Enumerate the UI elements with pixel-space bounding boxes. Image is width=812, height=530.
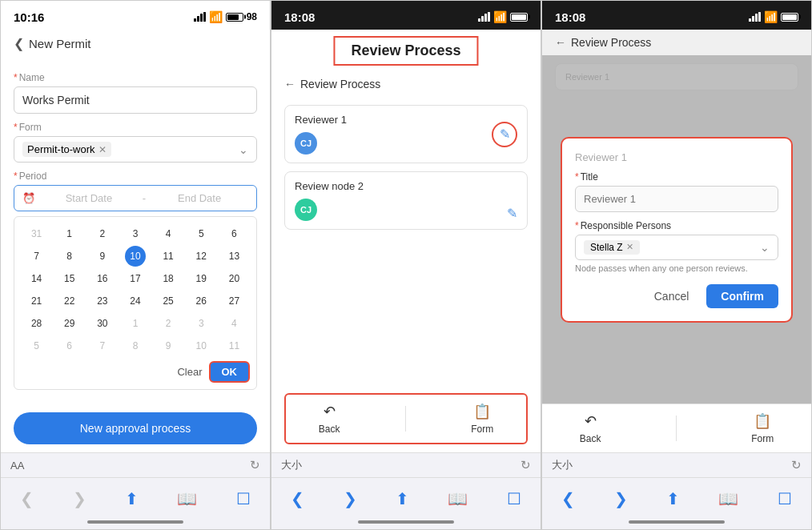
new-approval-button[interactable]: New approval process [14, 412, 257, 444]
cal-today-cell[interactable]: 10 [125, 246, 146, 267]
cal-cell[interactable]: 19 [191, 268, 211, 289]
cancel-button[interactable]: Cancel [645, 284, 699, 308]
nav-forward-icon-2[interactable]: ❯ [334, 486, 367, 512]
cal-cell[interactable]: 2 [92, 223, 113, 244]
cal-cell[interactable]: 12 [191, 246, 211, 267]
back-chevron-icon[interactable]: ❮ [14, 36, 24, 51]
cal-cell[interactable]: 8 [125, 335, 146, 356]
cal-cell[interactable]: 9 [92, 246, 113, 267]
nav-back-icon-3[interactable]: ❮ [552, 486, 585, 512]
cal-cell[interactable]: 5 [191, 223, 211, 244]
form-tag: Permit-to-work ✕ [22, 142, 111, 157]
cal-cell[interactable]: 15 [59, 268, 80, 289]
status-bar-3: 18:08 📶 [542, 1, 811, 30]
browser-nav-2: ❮ ❯ ⬆ 📖 ☐ [271, 477, 541, 515]
cal-cell[interactable]: 14 [26, 268, 47, 289]
action-bar: ↶ Back 📋 Form [284, 393, 528, 444]
form-action-3[interactable]: 📋 Form [751, 412, 774, 444]
battery-percent: 98 [247, 11, 257, 22]
back-action-3[interactable]: ↶ Back [580, 412, 601, 444]
edit-reviewer1-button[interactable]: ✎ [492, 122, 517, 147]
date-input[interactable]: ⏰ Start Date - End Date [14, 185, 257, 211]
cal-cell[interactable]: 5 [26, 335, 47, 356]
nav-back-icon[interactable]: ❮ [10, 486, 43, 512]
cal-cell[interactable]: 16 [92, 268, 113, 289]
back-arrow-icon-3[interactable]: ← [555, 36, 566, 49]
nav-share-icon-2[interactable]: ⬆ [386, 486, 419, 512]
responsible-select[interactable]: Stella Z ✕ ⌄ [575, 235, 778, 260]
title-container: Review Process [271, 30, 541, 71]
home-bar [87, 520, 183, 524]
cal-cell[interactable]: 11 [223, 335, 244, 356]
nav-tabs-icon[interactable]: ☐ [227, 486, 260, 512]
cal-cell[interactable]: 7 [92, 335, 113, 356]
cal-cell[interactable]: 20 [223, 268, 244, 289]
modal-reviewer-label: Reviewer 1 [575, 151, 778, 163]
cal-cell[interactable]: 17 [125, 268, 146, 289]
cal-cell[interactable]: 30 [92, 313, 113, 334]
confirm-button[interactable]: Confirm [706, 284, 778, 308]
nav-book-icon-2[interactable]: 📖 [438, 486, 477, 512]
cal-cell[interactable]: 31 [26, 223, 47, 244]
edit-reviewer2-icon[interactable]: ✎ [507, 206, 517, 221]
reviewer1-card: Reviewer 1 CJ ✎ [284, 105, 528, 163]
cal-cell[interactable]: 27 [223, 291, 244, 311]
cal-cell[interactable]: 8 [59, 246, 80, 267]
status-time-2: 18:08 [284, 10, 315, 24]
cal-cell[interactable]: 3 [191, 313, 211, 334]
nav-book-icon[interactable]: 📖 [167, 486, 207, 512]
form-body: *Name *Form Permit-to-work ✕ ⌄ *Period ⏰… [1, 58, 270, 404]
screen3-background: Reviewer 1 Reviewer 1 *Title *Responsibl… [542, 55, 811, 404]
cal-cell[interactable]: 6 [59, 335, 80, 356]
tag-remove-icon[interactable]: ✕ [98, 144, 107, 155]
refresh-icon[interactable]: ↻ [250, 458, 260, 472]
cal-cell[interactable]: 23 [92, 291, 113, 311]
refresh-icon-2[interactable]: ↻ [521, 458, 531, 472]
name-label-text: Name [19, 72, 45, 83]
nav-back-icon-2[interactable]: ❮ [281, 486, 314, 512]
cal-cell[interactable]: 1 [59, 223, 80, 244]
cal-cell[interactable]: 2 [158, 313, 179, 334]
cal-clear-button[interactable]: Clear [177, 366, 202, 378]
cal-cell[interactable]: 6 [223, 223, 244, 244]
nav-tabs-icon-2[interactable]: ☐ [497, 486, 531, 512]
cal-cell[interactable]: 3 [125, 223, 146, 244]
nav-share-icon-3[interactable]: ⬆ [657, 486, 689, 512]
nav-share-icon[interactable]: ⬆ [115, 486, 148, 512]
back-action-icon: ↶ [324, 403, 336, 420]
action-divider [405, 406, 406, 432]
tag-remove-icon-modal[interactable]: ✕ [626, 242, 633, 252]
cal-cell[interactable]: 1 [125, 313, 146, 334]
cal-cell[interactable]: 4 [223, 313, 244, 334]
cal-cell[interactable]: 11 [158, 246, 179, 267]
form-tag-input[interactable]: Permit-to-work ✕ ⌄ [14, 136, 257, 163]
nav-tabs-icon-3[interactable]: ☐ [768, 486, 802, 512]
cal-cell[interactable]: 29 [59, 313, 80, 334]
cal-cell[interactable]: 22 [59, 291, 80, 311]
back-action-icon-3: ↶ [585, 412, 597, 430]
cal-cell[interactable]: 18 [158, 268, 179, 289]
cal-cell[interactable]: 9 [158, 335, 179, 356]
cal-cell[interactable]: 26 [191, 291, 211, 311]
new-permit-header: ❮ New Permit [1, 30, 270, 58]
cal-cell[interactable]: 21 [26, 291, 47, 311]
cal-cell[interactable]: 28 [26, 313, 47, 334]
cal-cell[interactable]: 13 [223, 246, 244, 267]
cal-cell[interactable]: 4 [158, 223, 179, 244]
back-action[interactable]: ↶ Back [319, 403, 340, 435]
cal-cell[interactable]: 10 [191, 335, 211, 356]
cal-cell[interactable]: 25 [158, 291, 179, 311]
name-input[interactable] [14, 86, 257, 114]
cal-ok-button[interactable]: OK [209, 361, 251, 383]
form-action[interactable]: 📋 Form [471, 403, 493, 435]
home-bar-3 [629, 520, 725, 524]
back-arrow-icon[interactable]: ← [284, 78, 295, 90]
refresh-icon-3[interactable]: ↻ [791, 458, 802, 472]
battery-icon [226, 13, 243, 22]
cal-cell[interactable]: 24 [125, 291, 146, 311]
nav-book-icon-3[interactable]: 📖 [709, 486, 748, 512]
nav-forward-icon-3[interactable]: ❯ [605, 486, 637, 512]
cal-cell[interactable]: 7 [26, 246, 47, 267]
nav-forward-icon[interactable]: ❯ [63, 486, 96, 512]
title-input[interactable] [575, 186, 778, 212]
